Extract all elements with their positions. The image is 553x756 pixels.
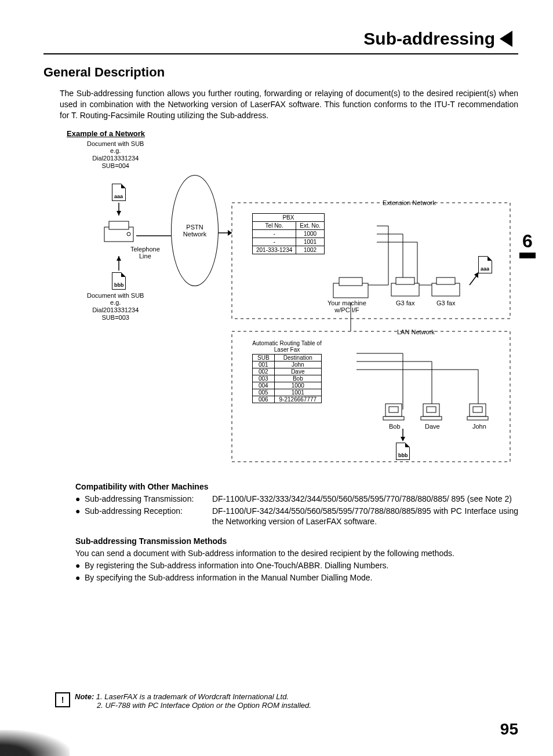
your-machine-label: Your machine w/PC I/F bbox=[328, 300, 366, 314]
pc-label-bob: Bob bbox=[389, 423, 401, 430]
svg-marker-10 bbox=[474, 272, 478, 278]
title-rule bbox=[43, 53, 518, 54]
methods-b2: By specifying the Sub-address informatio… bbox=[85, 572, 518, 583]
svg-rect-21 bbox=[432, 283, 460, 296]
methods-heading: Sub-addressing Transmission Methods bbox=[75, 536, 518, 546]
page-number: 95 bbox=[500, 720, 518, 739]
extension-network-label: Extension Network bbox=[383, 199, 436, 207]
note-label: Note: bbox=[75, 692, 94, 701]
note-block: ! Note: 1. LaserFAX is a trademark of Wo… bbox=[55, 692, 311, 710]
rt-r1c0: 002 bbox=[253, 368, 275, 375]
rt-r3c0: 004 bbox=[253, 382, 275, 389]
bullet-icon: ● bbox=[75, 494, 85, 505]
doc-aaa-right-label: aaa bbox=[481, 266, 489, 272]
telephone-line-label: Telephone Line bbox=[130, 246, 160, 260]
page: Sub-addressing General Description The S… bbox=[0, 0, 553, 756]
section-tab-bar bbox=[519, 253, 536, 258]
svg-rect-18 bbox=[339, 277, 362, 286]
note-2: 2. UF-788 with PC Interface Option or th… bbox=[97, 701, 311, 710]
compat-tx-label: Sub-addressing Transmission: bbox=[85, 494, 212, 505]
rt-r2c1: Bob bbox=[274, 375, 322, 382]
rt-r0c0: 001 bbox=[253, 361, 275, 368]
rt-r4c1: 1001 bbox=[274, 389, 322, 396]
rt-r5c0: 006 bbox=[253, 396, 275, 403]
methods-b2-row: ● By specifying the Sub-address informat… bbox=[75, 572, 518, 583]
routing-header-dest: Destination bbox=[274, 354, 322, 361]
doc-top-title: Document with SUB bbox=[87, 140, 144, 148]
lan-network-label: LAN Network bbox=[397, 328, 435, 336]
bullet-icon: ● bbox=[75, 506, 85, 528]
svg-rect-27 bbox=[427, 407, 436, 412]
doc-top-dial: Dial2013331234 bbox=[87, 155, 144, 162]
svg-marker-13 bbox=[401, 437, 405, 441]
g3fax-label-2: G3 fax bbox=[436, 300, 455, 307]
pbx-r2c1: 1002 bbox=[296, 246, 325, 254]
compat-tx-row: ● Sub-addressing Transmission: DF-1100/U… bbox=[75, 494, 518, 505]
doc-top-sub: SUB=004 bbox=[87, 162, 144, 170]
doc-icon-aaa: aaa bbox=[112, 184, 126, 201]
rt-r0c1: John bbox=[274, 361, 322, 368]
doc-bottom-dial: Dial2013331234 bbox=[87, 306, 144, 314]
intro-paragraph: The Sub-addressing function allows you f… bbox=[60, 88, 518, 121]
svg-rect-25 bbox=[383, 417, 404, 420]
svg-rect-15 bbox=[109, 221, 129, 229]
doc-icon-bbb: bbb bbox=[112, 272, 126, 290]
methods-b1-row: ● By registering the Sub-address informa… bbox=[75, 560, 518, 571]
section-tab-number: 6 bbox=[519, 232, 536, 250]
doc-bbb-bottom-label: bbb bbox=[398, 452, 408, 458]
compat-heading: Compatibility with Other Machines bbox=[75, 482, 518, 491]
doc-bottom-eg: e.g. bbox=[87, 299, 144, 306]
svg-rect-19 bbox=[391, 283, 419, 296]
doc-top-caption: Document with SUB e.g. Dial2013331234 SU… bbox=[87, 140, 144, 170]
svg-rect-24 bbox=[389, 407, 398, 412]
pbx-header-tel: Tel No. bbox=[253, 221, 296, 229]
routing-table: Automatic Routing Table of Laser Fax SUB… bbox=[252, 340, 322, 403]
rt-r3c1: 1000 bbox=[274, 382, 322, 389]
routing-caption: Automatic Routing Table of Laser Fax bbox=[252, 340, 322, 354]
pc-label-john: John bbox=[472, 423, 486, 430]
compat-rx-value: DF-1100/UF-342/344/550/560/585/595/770/7… bbox=[212, 506, 518, 528]
pstn-oval: PSTN Network bbox=[171, 175, 219, 286]
svg-rect-22 bbox=[436, 277, 455, 284]
doc-bottom-caption: Document with SUB e.g. Dial2013331234 SU… bbox=[87, 292, 144, 322]
example-heading: Example of a Network bbox=[67, 129, 518, 138]
scan-artifact bbox=[0, 730, 70, 756]
doc-bottom-sub: SUB=003 bbox=[87, 314, 144, 322]
pbx-r1c1: 1001 bbox=[296, 238, 325, 246]
svg-marker-7 bbox=[117, 256, 121, 261]
doc-top-eg: e.g. bbox=[87, 147, 144, 155]
doc-aaa-label: aaa bbox=[114, 193, 123, 199]
chapter-title-text: Sub-addressing bbox=[363, 29, 495, 49]
bullet-icon: ● bbox=[75, 572, 85, 583]
svg-rect-31 bbox=[467, 417, 488, 420]
network-diagram: Document with SUB e.g. Dial2013331234 SU… bbox=[61, 140, 518, 470]
note-icon: ! bbox=[55, 692, 70, 707]
pc-label-dave: Dave bbox=[425, 423, 440, 430]
svg-rect-20 bbox=[396, 277, 414, 284]
routing-header-sub: SUB bbox=[253, 354, 275, 361]
pbx-r2c0: 201-333-1234 bbox=[253, 246, 296, 254]
methods-b1: By registering the Sub-address informati… bbox=[85, 560, 518, 571]
rt-r1c1: Dave bbox=[274, 368, 322, 375]
chapter-arrow-icon bbox=[500, 31, 512, 47]
pbx-table: PBX Tel No. Ext. No. -1000 -1001 201-333… bbox=[252, 213, 325, 254]
rt-r2c0: 003 bbox=[253, 375, 275, 382]
methods-intro: You can send a document with Sub-address… bbox=[75, 548, 518, 559]
doc-icon-aaa-right: aaa bbox=[478, 256, 492, 273]
chapter-title: Sub-addressing bbox=[43, 29, 518, 49]
pbx-header-ext: Ext. No. bbox=[296, 221, 325, 229]
rt-r4c0: 005 bbox=[253, 389, 275, 396]
svg-marker-5 bbox=[117, 211, 121, 216]
doc-bottom-title: Document with SUB bbox=[87, 292, 144, 300]
svg-marker-3 bbox=[228, 230, 232, 236]
bullet-icon: ● bbox=[75, 560, 85, 571]
pbx-r1c0: - bbox=[253, 238, 296, 246]
rt-r5c1: 9-2126667777 bbox=[274, 396, 322, 403]
g3fax-label-1: G3 fax bbox=[396, 300, 414, 307]
note-1: 1. LaserFAX is a trademark of Wordcraft … bbox=[96, 692, 289, 701]
compat-rx-row: ● Sub-addressing Reception: DF-1100/UF-3… bbox=[75, 506, 518, 528]
section-tab: 6 bbox=[519, 232, 536, 258]
compat-tx-value: DF-1100/UF-332/333/342/344/550/560/585/5… bbox=[212, 494, 518, 505]
doc-icon-bbb-bottom: bbb bbox=[396, 443, 410, 460]
pbx-title: PBX bbox=[253, 213, 325, 221]
